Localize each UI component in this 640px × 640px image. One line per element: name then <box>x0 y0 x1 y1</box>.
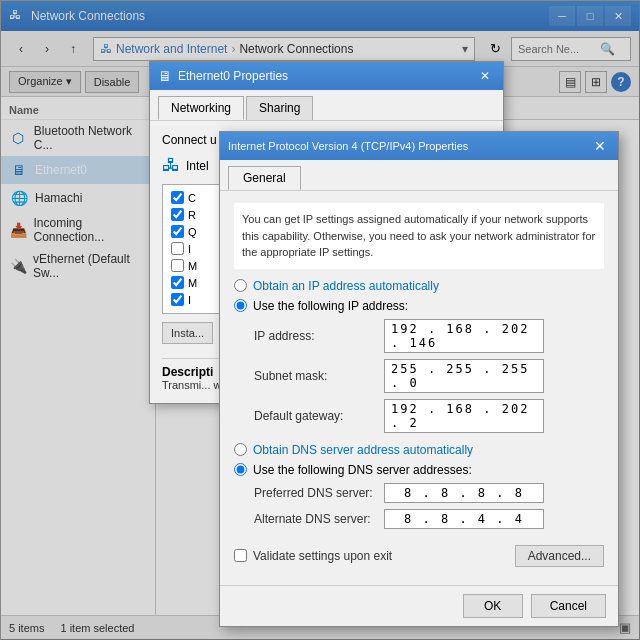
tcp-info-text: You can get IP settings assigned automat… <box>234 203 604 269</box>
ip-address-label: IP address: <box>254 329 384 343</box>
radio-obtain-auto[interactable]: Obtain an IP address automatically <box>234 279 604 293</box>
dns-fields-group: Preferred DNS server: 8 . 8 . 8 . 8 Alte… <box>254 483 604 529</box>
search-icon: 🔍 <box>600 42 615 56</box>
hamachi-icon: 🌐 <box>9 188 29 208</box>
up-button[interactable]: ↑ <box>61 37 85 61</box>
ethernet-modal-icon: 🖥 <box>158 68 172 84</box>
radio-use-following-dns[interactable]: Use the following DNS server addresses: <box>234 463 604 477</box>
preferred-dns-label: Preferred DNS server: <box>254 486 384 500</box>
tab-general[interactable]: General <box>228 166 301 190</box>
radio-use-following-label: Use the following IP address: <box>253 299 408 313</box>
subnet-mask-row: Subnet mask: 255 . 255 . 255 . 0 <box>254 359 604 393</box>
intel-icon: 🖧 <box>162 155 180 176</box>
view-toggle-button[interactable]: ⊞ <box>585 71 607 93</box>
main-window: 🖧 Network Connections ─ □ ✕ ‹ › ↑ 🖧 Netw… <box>0 0 640 640</box>
sidebar-item-incoming[interactable]: 📥 Incoming Connection... <box>1 212 155 248</box>
tcp-properties-modal: Internet Protocol Version 4 (TCP/IPv4) P… <box>219 131 619 627</box>
subnet-mask-label: Subnet mask: <box>254 369 384 383</box>
search-input[interactable] <box>518 43 598 55</box>
radio-obtain-auto-input[interactable] <box>234 279 247 292</box>
forward-button[interactable]: › <box>35 37 59 61</box>
bluetooth-icon: ⬡ <box>9 128 28 148</box>
tab-networking[interactable]: Networking <box>158 96 244 120</box>
tab-sharing[interactable]: Sharing <box>246 96 313 120</box>
ethernet-modal-tabs: Networking Sharing <box>150 90 503 121</box>
close-button[interactable]: ✕ <box>605 6 631 26</box>
sidebar-item-vethernet[interactable]: 🔌 vEthernet (Default Sw... <box>1 248 155 284</box>
ip-address-field[interactable]: 192 . 168 . 202 . 146 <box>384 319 544 353</box>
validate-advanced-row: Validate settings upon exit Advanced... <box>234 539 604 573</box>
install-button[interactable]: Insta... <box>162 322 213 344</box>
ip-address-row: IP address: 192 . 168 . 202 . 146 <box>254 319 604 353</box>
refresh-button[interactable]: ↻ <box>483 37 507 61</box>
radio-obtain-dns-auto[interactable]: Obtain DNS server address automatically <box>234 443 604 457</box>
maximize-button[interactable]: □ <box>577 6 603 26</box>
organize-button[interactable]: Organize ▾ <box>9 71 81 93</box>
dialog-buttons: OK Cancel <box>220 585 618 626</box>
ethernet-modal-titlebar: 🖥 Ethernet0 Properties ✕ <box>150 62 503 90</box>
radio-use-following-dns-input[interactable] <box>234 463 247 476</box>
sidebar-item-ethernet0[interactable]: 🖥 Ethernet0 <box>1 156 155 184</box>
radio-obtain-dns-auto-label: Obtain DNS server address automatically <box>253 443 473 457</box>
alternate-dns-row: Alternate DNS server: 8 . 8 . 4 . 4 <box>254 509 604 529</box>
advanced-button[interactable]: Advanced... <box>515 545 604 567</box>
ip-fields-group: IP address: 192 . 168 . 202 . 146 Subnet… <box>254 319 604 433</box>
sidebar-item-bluetooth[interactable]: ⬡ Bluetooth Network C... <box>1 120 155 156</box>
radio-use-following-input[interactable] <box>234 299 247 312</box>
sidebar-label-bluetooth: Bluetooth Network C... <box>34 124 147 152</box>
validate-checkbox-row: Validate settings upon exit <box>234 549 392 563</box>
title-bar: 🖧 Network Connections ─ □ ✕ <box>1 1 639 31</box>
minimize-button[interactable]: ─ <box>549 6 575 26</box>
title-bar-controls: ─ □ ✕ <box>549 6 631 26</box>
tcp-modal-titlebar: Internet Protocol Version 4 (TCP/IPv4) P… <box>220 132 618 160</box>
col-header-name: Name <box>1 101 155 120</box>
tcp-modal-body: You can get IP settings assigned automat… <box>220 191 618 585</box>
ok-button[interactable]: OK <box>463 594 523 618</box>
radio-obtain-dns-auto-input[interactable] <box>234 443 247 456</box>
address-sep1: › <box>231 42 235 56</box>
window-icon: 🖧 <box>9 8 25 24</box>
address-bar[interactable]: 🖧 Network and Internet › Network Connect… <box>93 37 475 61</box>
sidebar-label-incoming: Incoming Connection... <box>34 216 148 244</box>
validate-checkbox[interactable] <box>234 549 247 562</box>
organize-dropdown-icon: ▾ <box>66 75 72 87</box>
search-box: 🔍 <box>511 37 631 61</box>
validate-label: Validate settings upon exit <box>253 549 392 563</box>
selected-count: 1 item selected <box>60 622 134 634</box>
preferred-dns-row: Preferred DNS server: 8 . 8 . 8 . 8 <box>254 483 604 503</box>
address-crumb2: Network Connections <box>239 42 353 56</box>
sidebar-label-vethernet: vEthernet (Default Sw... <box>33 252 147 280</box>
ethernet0-icon: 🖥 <box>9 160 29 180</box>
default-gateway-label: Default gateway: <box>254 409 384 423</box>
tcp-modal-close[interactable]: ✕ <box>590 137 610 155</box>
radio-obtain-auto-label: Obtain an IP address automatically <box>253 279 439 293</box>
intel-label: Intel <box>186 159 209 173</box>
tcp-tab-bar: General <box>220 160 618 191</box>
nav-buttons: ‹ › ↑ <box>9 37 85 61</box>
default-gateway-row: Default gateway: 192 . 168 . 202 . 2 <box>254 399 604 433</box>
ethernet-modal-title: Ethernet0 Properties <box>178 69 475 83</box>
vethernet-icon: 🔌 <box>9 256 27 276</box>
dropdown-icon[interactable]: ▾ <box>462 42 468 56</box>
name-column-header: Name <box>9 104 39 116</box>
sidebar-item-hamachi[interactable]: 🌐 Hamachi <box>1 184 155 212</box>
sidebar: Name ⬡ Bluetooth Network C... 🖥 Ethernet… <box>1 97 156 615</box>
subnet-mask-field[interactable]: 255 . 255 . 255 . 0 <box>384 359 544 393</box>
alternate-dns-field[interactable]: 8 . 8 . 4 . 4 <box>384 509 544 529</box>
view-details-button[interactable]: ▤ <box>559 71 581 93</box>
disable-button[interactable]: Disable <box>85 71 140 93</box>
back-button[interactable]: ‹ <box>9 37 33 61</box>
sidebar-label-ethernet0: Ethernet0 <box>35 163 87 177</box>
resize-grip[interactable]: ▣ <box>619 620 631 635</box>
preferred-dns-field[interactable]: 8 . 8 . 8 . 8 <box>384 483 544 503</box>
ethernet-modal-close[interactable]: ✕ <box>475 67 495 85</box>
radio-use-following[interactable]: Use the following IP address: <box>234 299 604 313</box>
items-count: 5 items <box>9 622 44 634</box>
cancel-button[interactable]: Cancel <box>531 594 606 618</box>
sidebar-label-hamachi: Hamachi <box>35 191 82 205</box>
help-button[interactable]: ? <box>611 72 631 92</box>
tcp-modal-title: Internet Protocol Version 4 (TCP/IPv4) P… <box>228 140 590 152</box>
radio-use-following-dns-label: Use the following DNS server addresses: <box>253 463 472 477</box>
default-gateway-field[interactable]: 192 . 168 . 202 . 2 <box>384 399 544 433</box>
alternate-dns-label: Alternate DNS server: <box>254 512 384 526</box>
